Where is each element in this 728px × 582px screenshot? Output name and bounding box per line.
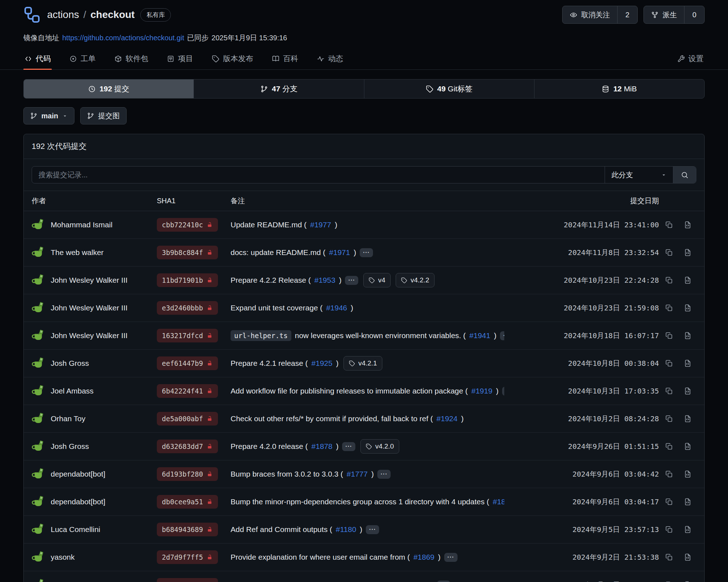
issue-link[interactable]: #1977 xyxy=(310,220,331,229)
tab-package[interactable]: 软件包 xyxy=(113,50,149,69)
commit-author[interactable]: dependabot[bot] xyxy=(32,578,157,582)
stat-database[interactable]: 12 MiB xyxy=(534,79,704,98)
watch-count[interactable]: 2 xyxy=(617,6,637,23)
view-file-at-commit-button[interactable] xyxy=(679,276,696,284)
copy-sha-button[interactable] xyxy=(659,276,679,284)
issue-link[interactable]: #1869 xyxy=(413,553,434,561)
commit-author[interactable]: Joel Ambass xyxy=(32,384,157,398)
issue-link[interactable]: #1919 xyxy=(472,387,492,395)
issue-link[interactable]: #1925 xyxy=(311,359,332,368)
tab-tag[interactable]: 版本发布 xyxy=(211,50,254,69)
expand-commit-body-button[interactable]: ··· xyxy=(345,276,358,285)
breadcrumb-repo-link[interactable]: checkout xyxy=(91,9,135,21)
unwatch-button[interactable]: 取消关注 2 xyxy=(562,6,638,24)
view-file-at-commit-button[interactable] xyxy=(679,415,696,423)
search-button[interactable] xyxy=(673,167,696,183)
fork-button[interactable]: 派生 0 xyxy=(643,6,705,24)
issue-link[interactable]: #1832 xyxy=(406,581,427,582)
issue-link[interactable]: #1777 xyxy=(347,470,368,478)
expand-commit-body-button[interactable]: ··· xyxy=(342,442,355,451)
tab-book[interactable]: 百科 xyxy=(271,50,299,69)
view-file-at-commit-button[interactable] xyxy=(679,332,696,340)
copy-sha-button[interactable] xyxy=(659,553,679,561)
expand-commit-body-button[interactable]: ··· xyxy=(366,525,379,534)
tag-chip[interactable]: v4 xyxy=(363,273,391,287)
sha-badge[interactable]: cbb722410c xyxy=(157,218,218,232)
copy-sha-button[interactable] xyxy=(659,470,679,478)
commit-author[interactable]: John Wesley Walker III xyxy=(32,301,157,315)
expand-commit-body-button[interactable]: ··· xyxy=(500,331,504,340)
branch-filter-dropdown[interactable]: 此分支 xyxy=(605,167,673,183)
tag-chip[interactable]: v4.2.1 xyxy=(343,356,382,370)
sha-badge[interactable]: 6b42224f41 xyxy=(157,384,218,398)
commit-graph-button[interactable]: 提交图 xyxy=(80,107,127,124)
issue-link[interactable]: #1941 xyxy=(469,331,490,340)
issue-link[interactable]: #1878 xyxy=(311,442,332,451)
copy-sha-button[interactable] xyxy=(659,387,679,395)
copy-sha-button[interactable] xyxy=(659,249,679,256)
copy-sha-button[interactable] xyxy=(659,304,679,312)
issue-link[interactable]: #1946 xyxy=(326,304,347,312)
issue-link[interactable]: #1924 xyxy=(437,414,458,423)
expand-commit-body-button[interactable]: ··· xyxy=(444,553,458,562)
breadcrumb-owner-link[interactable]: actions xyxy=(47,9,79,21)
commit-author[interactable]: dependabot[bot] xyxy=(32,467,157,481)
copy-sha-button[interactable] xyxy=(659,526,679,533)
tab-issue[interactable]: 工单 xyxy=(68,50,97,69)
issue-link[interactable]: #1971 xyxy=(329,248,350,257)
copy-sha-button[interactable] xyxy=(659,415,679,423)
view-file-at-commit-button[interactable] xyxy=(679,304,696,312)
tab-settings[interactable]: 设置 xyxy=(676,50,705,69)
sha-badge[interactable]: 6d193bf280 xyxy=(157,467,218,481)
sha-badge[interactable]: 163217dfcd xyxy=(157,329,218,342)
copy-sha-button[interactable] xyxy=(659,442,679,450)
view-file-at-commit-button[interactable] xyxy=(679,387,696,395)
view-file-at-commit-button[interactable] xyxy=(679,442,696,450)
commit-author[interactable]: Josh Gross xyxy=(32,356,157,370)
mirror-url-link[interactable]: https://github.com/actions/checkout.git xyxy=(62,34,184,42)
tab-activity[interactable]: 动态 xyxy=(316,50,344,69)
sha-badge[interactable]: eef61447b9 xyxy=(157,356,218,370)
sha-badge[interactable]: 11bd71901b xyxy=(157,273,218,287)
view-file-at-commit-button[interactable] xyxy=(679,526,696,533)
commit-author[interactable]: John Wesley Walker III xyxy=(32,273,157,287)
sha-badge[interactable]: de5a000abf xyxy=(157,412,218,426)
commit-author[interactable]: Mohammad Ismail xyxy=(32,218,157,232)
sha-badge[interactable]: 9a9194f871 xyxy=(157,578,218,582)
commit-author[interactable]: The web walker xyxy=(32,246,157,259)
commit-author[interactable]: yasonk xyxy=(32,550,157,564)
branch-selector[interactable]: main xyxy=(23,107,74,124)
expand-commit-body-button[interactable]: ··· xyxy=(360,248,373,257)
sha-badge[interactable]: e3d2460bbb xyxy=(157,301,218,315)
commit-author[interactable]: dependabot[bot] xyxy=(32,495,157,509)
issue-link[interactable]: #1953 xyxy=(314,276,335,285)
copy-sha-button[interactable] xyxy=(659,359,679,367)
sha-badge[interactable]: db0cee9a51 xyxy=(157,495,218,509)
view-file-at-commit-button[interactable] xyxy=(679,470,696,478)
copy-sha-button[interactable] xyxy=(659,332,679,340)
view-file-at-commit-button[interactable] xyxy=(679,221,696,229)
expand-commit-body-button[interactable]: ··· xyxy=(377,470,391,479)
tag-chip[interactable]: v4.2.0 xyxy=(360,439,399,454)
sha-badge[interactable]: d632683dd7 xyxy=(157,440,218,453)
sha-badge[interactable]: b684943689 xyxy=(157,523,218,536)
stat-tag[interactable]: 49 Git标签 xyxy=(364,79,534,98)
view-file-at-commit-button[interactable] xyxy=(679,498,696,506)
sha-badge[interactable]: 2d7d9f7ff5 xyxy=(157,550,218,564)
commit-author[interactable]: Luca Comellini xyxy=(32,523,157,536)
commit-author[interactable]: Orhan Toy xyxy=(32,412,157,426)
stat-branch[interactable]: 47 分支 xyxy=(194,79,364,98)
issue-link[interactable]: #1180 xyxy=(336,525,356,534)
tag-chip[interactable]: v4.2.2 xyxy=(396,273,434,287)
fork-count[interactable]: 0 xyxy=(684,6,704,23)
sha-badge[interactable]: 3b9b8c884f xyxy=(157,246,218,259)
tab-project[interactable]: 项目 xyxy=(166,50,194,69)
copy-sha-button[interactable] xyxy=(659,498,679,506)
issue-link[interactable]: #1872 xyxy=(493,497,504,506)
commit-search-input[interactable] xyxy=(32,167,605,183)
view-file-at-commit-button[interactable] xyxy=(679,553,696,561)
view-file-at-commit-button[interactable] xyxy=(679,359,696,367)
expand-commit-body-button[interactable]: ··· xyxy=(437,581,450,582)
commit-author[interactable]: John Wesley Walker III xyxy=(32,329,157,342)
stat-history[interactable]: 192 提交 xyxy=(24,79,194,98)
